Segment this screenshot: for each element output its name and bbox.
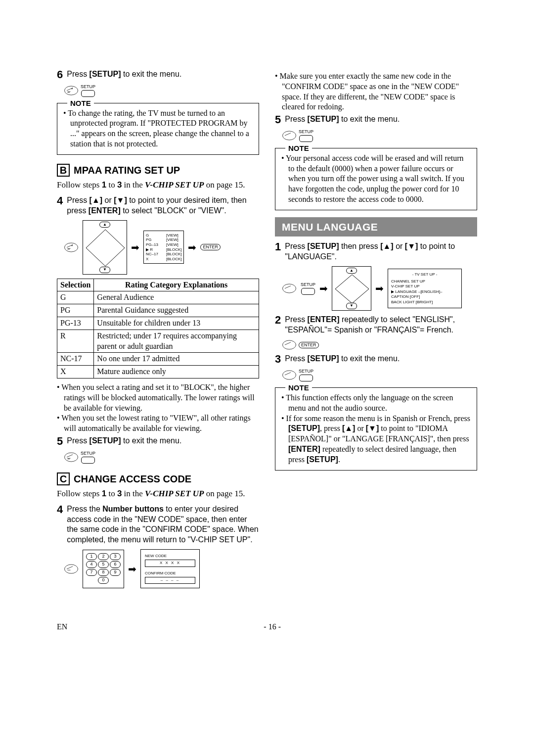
note-item: To change the rating, the TV must be tur… bbox=[63, 108, 253, 149]
section-title: MPAA RATING SET UP bbox=[74, 164, 180, 177]
step-number: 5 bbox=[57, 436, 63, 447]
section-title: CHANGE ACCESS CODE bbox=[74, 472, 191, 485]
step-body: Press [SETUP] to exit the menu. bbox=[67, 69, 259, 80]
hand-icon bbox=[282, 369, 297, 381]
tv-setup-menu: - TV SET UP - CHANNEL SET UP V-CHIP SET … bbox=[388, 269, 462, 308]
hand-icon bbox=[64, 563, 79, 575]
bullet-item: When you select a rating and set it to "… bbox=[57, 382, 259, 413]
footer-page: - 16 - bbox=[264, 622, 281, 632]
code-diagram: 123 456 789 0 ➡ NEW CODE X X X X CONFIRM… bbox=[64, 549, 259, 589]
svg-line-12 bbox=[335, 289, 352, 303]
svg-line-11 bbox=[352, 275, 369, 289]
confirm-code-label: CONFIRM CODE bbox=[145, 571, 195, 576]
table-header: Selection bbox=[57, 279, 94, 291]
mpaa-diagram: ▲ ▼ ➡ G PG PG–13 ▶ R NC–17 X [VIEW] bbox=[64, 220, 259, 275]
left-column: 6 Press [SETUP] to exit the menu. SETUP … bbox=[57, 69, 259, 592]
menu-language-banner: MENU LANGUAGE bbox=[275, 217, 477, 236]
setup-button-icon bbox=[301, 288, 315, 295]
step-body: Press [▲] or [▼] to point to your desire… bbox=[67, 195, 259, 216]
table-row: XMature audience only bbox=[57, 366, 259, 378]
table-row: PGParental Guidance suggested bbox=[57, 304, 259, 317]
svg-point-15 bbox=[283, 371, 296, 379]
arrow-icon: ➡ bbox=[131, 241, 139, 254]
section-letter: B bbox=[57, 164, 70, 177]
new-code-field: X X X X bbox=[145, 560, 195, 567]
note-title: NOTE bbox=[285, 143, 312, 153]
step-body: Press [SETUP] to exit the menu. bbox=[285, 114, 477, 125]
nav-cross: ▲ ▼ bbox=[83, 220, 127, 275]
note-title: NOTE bbox=[285, 383, 312, 393]
enter-button-icon: ENTER bbox=[299, 342, 319, 349]
svg-point-1 bbox=[65, 243, 78, 252]
top-bullet: Make sure you enter exactly the same new… bbox=[275, 71, 477, 112]
setup-label: SETUP bbox=[81, 84, 95, 90]
arrow-icon: ➡ bbox=[128, 563, 136, 575]
table-row: GGeneral Audience bbox=[57, 291, 259, 304]
page-footer: EN - 16 - bbox=[57, 622, 477, 632]
step-5-r: 5 Press [SETUP] to exit the menu. bbox=[275, 114, 477, 125]
arrow-icon: ➡ bbox=[188, 241, 196, 254]
table-row: NC-17No one under 17 admitted bbox=[57, 353, 259, 366]
cross-lines bbox=[86, 230, 125, 266]
step-number: 3 bbox=[275, 354, 281, 365]
svg-line-13 bbox=[352, 289, 369, 303]
note-box-2: NOTE Your personal access code will be e… bbox=[275, 148, 477, 210]
table-row: RRestricted; under 17 requires accompany… bbox=[57, 330, 259, 353]
hand-icon bbox=[282, 130, 297, 142]
hand-icon bbox=[64, 451, 79, 463]
table-header: Rating Category Explanations bbox=[94, 279, 259, 291]
setup-button-icon bbox=[81, 90, 95, 97]
follow-steps-b: Follow steps 1 to 3 in the V-CHIP SET UP… bbox=[57, 180, 259, 190]
right-column: Make sure you enter exactly the same new… bbox=[275, 69, 477, 592]
section-b-heading: B MPAA RATING SET UP bbox=[57, 164, 259, 177]
code-entry-box: NEW CODE X X X X CONFIRM CODE – – – – bbox=[140, 549, 200, 589]
step-4-c: 4 Press the Number buttons to enter your… bbox=[57, 504, 259, 545]
confirm-code-field: – – – – bbox=[145, 577, 195, 584]
setup-label: SETUP bbox=[299, 129, 313, 135]
note-item: This function effects only the language … bbox=[281, 393, 471, 414]
setup-button-icon bbox=[81, 457, 95, 464]
number-keypad: 123 456 789 0 bbox=[83, 550, 124, 588]
arrow-icon: ➡ bbox=[375, 282, 384, 295]
svg-point-8 bbox=[283, 131, 296, 140]
step-body: Press the Number buttons to enter your d… bbox=[67, 504, 259, 545]
bullet-item: When you set the lowest rating to "VIEW"… bbox=[57, 413, 259, 434]
remote-diagram: SETUP bbox=[64, 84, 259, 97]
ratings-table: Selection Rating Category Explanations G… bbox=[57, 279, 259, 378]
note-box-3: NOTE This function effects only the lang… bbox=[275, 387, 477, 471]
section-c-heading: C CHANGE ACCESS CODE bbox=[57, 472, 259, 485]
hand-icon bbox=[282, 339, 297, 351]
svg-point-7 bbox=[65, 565, 78, 573]
step-number: 4 bbox=[57, 195, 63, 206]
arrow-icon: ➡ bbox=[319, 282, 328, 295]
svg-point-9 bbox=[283, 284, 296, 293]
table-row: PG-13Unsuitable for children under 13 bbox=[57, 317, 259, 330]
step-number: 5 bbox=[275, 114, 281, 125]
note-title: NOTE bbox=[67, 98, 94, 108]
remote-diagram: ENTER bbox=[282, 339, 477, 351]
step-2-lang: 2 Press [ENTER] repeatedly to select "EN… bbox=[275, 315, 477, 335]
language-diagram: SETUP ➡ ▲ ▼ ➡ - TV SET UP - CHANNEL SET … bbox=[282, 266, 477, 311]
remote-diagram: SETUP bbox=[64, 451, 259, 464]
hand-icon bbox=[64, 241, 79, 253]
setup-label: SETUP bbox=[301, 282, 315, 288]
svg-point-14 bbox=[283, 340, 296, 349]
svg-point-6 bbox=[65, 453, 78, 462]
setup-label: SETUP bbox=[299, 369, 313, 375]
step-number: 6 bbox=[57, 69, 63, 80]
new-code-label: NEW CODE bbox=[145, 554, 195, 559]
svg-line-5 bbox=[105, 248, 125, 266]
hand-icon bbox=[64, 85, 79, 96]
step-body: Press [SETUP] to exit the menu. bbox=[285, 354, 477, 364]
nav-cross: ▲ ▼ bbox=[332, 266, 371, 311]
setup-button-icon bbox=[299, 375, 313, 381]
bullet-item: Make sure you enter exactly the same new… bbox=[275, 71, 477, 112]
remote-diagram: SETUP bbox=[282, 129, 477, 142]
step-number: 2 bbox=[275, 315, 281, 326]
setup-label: SETUP bbox=[81, 451, 95, 457]
step-body: Press [SETUP] then press [▲] or [▼] to p… bbox=[285, 241, 477, 262]
step-body: Press [SETUP] to exit the menu. bbox=[67, 436, 259, 446]
svg-line-3 bbox=[105, 230, 125, 248]
remote-diagram: SETUP bbox=[282, 369, 477, 381]
step-number: 1 bbox=[275, 241, 281, 252]
